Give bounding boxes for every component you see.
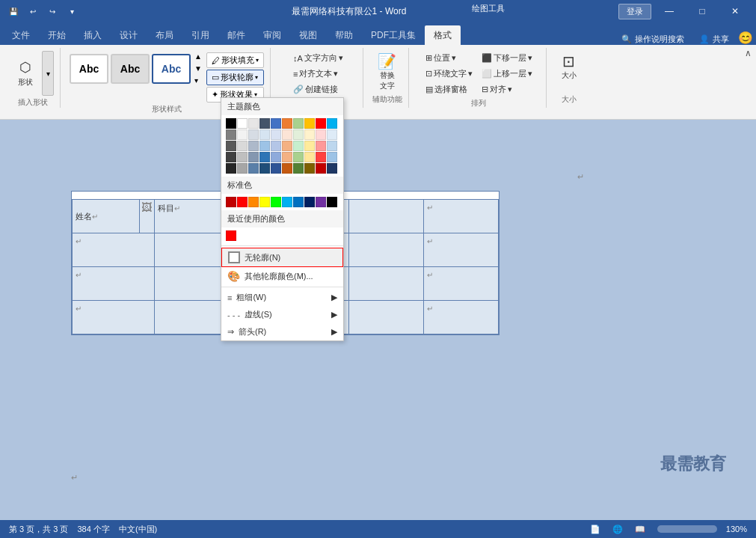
color-lightblue1[interactable] <box>259 129 270 140</box>
style-scroll-up[interactable]: ▲ <box>193 51 203 62</box>
std-black[interactable] <box>327 197 337 207</box>
color-gray[interactable] <box>226 129 236 140</box>
color-darkgray1[interactable] <box>226 141 236 151</box>
color-steelblue[interactable] <box>248 152 259 162</box>
tab-pdf[interactable]: PDF工具集 <box>362 25 425 45</box>
color-gold[interactable] <box>304 118 315 129</box>
color-deepnavy[interactable] <box>327 163 337 174</box>
color-darkgray2[interactable] <box>226 152 236 162</box>
color-salmon1[interactable] <box>282 129 292 140</box>
customize-btn[interactable]: ▾ <box>64 4 79 19</box>
no-outline-item[interactable]: 无轮廓(N) <box>221 248 343 267</box>
color-skyblue[interactable] <box>259 141 270 151</box>
color-nearwhite[interactable] <box>237 129 248 140</box>
save-button[interactable]: 💾 <box>6 4 21 19</box>
tab-file[interactable]: 文件 <box>3 25 39 45</box>
color-palegreen[interactable] <box>293 129 304 140</box>
color-mint[interactable] <box>293 141 304 151</box>
color-burnt[interactable] <box>282 163 292 174</box>
color-nearblack[interactable] <box>226 163 236 174</box>
weight-item[interactable]: ≡ 粗细(W) ▶ <box>221 289 343 306</box>
tab-insert[interactable]: 插入 <box>75 25 111 45</box>
color-cornblue[interactable] <box>271 152 281 162</box>
std-blue[interactable] <box>293 197 304 207</box>
color-darkblue2[interactable] <box>271 163 281 174</box>
tab-home[interactable]: 开始 <box>39 25 75 45</box>
tab-review[interactable]: 审阅 <box>254 25 290 45</box>
shape-outline-button[interactable]: ▭ 形状轮廓 ▾ <box>206 70 264 85</box>
shape-fill-button[interactable]: 🖊 形状填充 ▾ <box>206 52 264 68</box>
view-print-btn[interactable]: 📄 <box>587 525 603 534</box>
undo-button[interactable]: ↩ <box>25 4 40 19</box>
color-palblue2[interactable] <box>327 141 337 151</box>
color-lightred[interactable] <box>316 141 326 151</box>
arrows-item[interactable]: ⇒ 箭头(R) ▶ <box>221 323 343 340</box>
color-peach[interactable] <box>282 141 292 151</box>
color-bluegray1[interactable] <box>248 129 259 140</box>
std-yellow[interactable] <box>259 197 270 207</box>
style-more[interactable]: ▾ <box>193 75 203 86</box>
color-paleyellow[interactable] <box>304 129 315 140</box>
color-peach2[interactable] <box>282 152 292 162</box>
color-slateblue[interactable] <box>248 163 259 174</box>
tab-references[interactable]: 引用 <box>182 25 218 45</box>
color-palblue[interactable] <box>271 129 281 140</box>
tab-view[interactable]: 视图 <box>290 25 326 45</box>
shape-style-3[interactable]: Abc <box>152 54 191 84</box>
std-red[interactable] <box>237 197 248 207</box>
view-read-btn[interactable]: 📖 <box>632 525 648 534</box>
position-btn[interactable]: ⊞位置▾ <box>422 51 476 65</box>
dashes-item[interactable]: - - - 虚线(S) ▶ <box>221 306 343 323</box>
color-darkred[interactable] <box>316 163 326 174</box>
color-lightgray[interactable] <box>248 118 259 129</box>
color-white[interactable] <box>237 118 248 129</box>
color-lightgray2[interactable] <box>237 141 248 151</box>
text-align-btn[interactable]: ≡对齐文本▾ <box>290 67 341 81</box>
color-bluegray2[interactable] <box>248 141 259 151</box>
color-periwinkle[interactable] <box>271 141 281 151</box>
color-palered[interactable] <box>316 129 326 140</box>
color-medgray[interactable] <box>237 152 248 162</box>
color-lightblue2[interactable] <box>327 129 337 140</box>
recent-red[interactable] <box>226 230 236 241</box>
color-medblue[interactable] <box>259 152 270 162</box>
ribbon-collapse-btn[interactable]: ∧ <box>740 45 756 61</box>
tab-design[interactable]: 设计 <box>111 25 147 45</box>
feedback-button[interactable]: 😊 <box>738 31 753 45</box>
std-orange[interactable] <box>248 197 259 207</box>
color-red[interactable] <box>316 118 326 129</box>
color-darkblue[interactable] <box>259 118 270 129</box>
text-direction-btn[interactable]: ↕A文字方向▾ <box>290 51 346 65</box>
maximize-button[interactable]: □ <box>687 0 717 22</box>
move-back-btn[interactable]: ⬛下移一层▾ <box>479 51 535 65</box>
color-skyblue2[interactable] <box>327 152 337 162</box>
color-yellow2[interactable] <box>304 152 315 162</box>
zoom-slider[interactable] <box>657 525 717 533</box>
shape-style-1[interactable]: Abc <box>70 54 108 84</box>
shapes-button[interactable]: ⬡ 形状 <box>12 58 39 89</box>
selection-pane-btn[interactable]: ▤选择窗格 <box>422 82 476 97</box>
move-front-btn[interactable]: ⬜上移一层▾ <box>479 67 535 81</box>
std-lightblue[interactable] <box>282 197 292 207</box>
color-sage[interactable] <box>293 152 304 162</box>
tab-layout[interactable]: 布局 <box>147 25 182 45</box>
create-link-btn[interactable]: 🔗创建链接 <box>290 82 341 97</box>
shape-style-2[interactable]: Abc <box>111 54 150 84</box>
color-navyblue[interactable] <box>259 163 270 174</box>
login-button[interactable]: 登录 <box>618 4 651 19</box>
alt-text-btn[interactable]: 📝 替换 文字 <box>374 51 401 93</box>
view-web-btn[interactable]: 🌐 <box>609 525 626 534</box>
tab-mailings[interactable]: 邮件 <box>218 25 254 45</box>
color-orange[interactable] <box>282 118 292 129</box>
size-btn[interactable]: ⊡ 大小 <box>556 51 583 82</box>
wrap-text-btn[interactable]: ⊡环绕文字▾ <box>422 67 476 81</box>
color-lightblue[interactable] <box>327 118 337 129</box>
minimize-button[interactable]: — <box>654 0 684 22</box>
color-midgray[interactable] <box>237 163 248 174</box>
tab-help[interactable]: 帮助 <box>326 25 362 45</box>
color-darkgreen[interactable] <box>293 163 304 174</box>
color-brightred[interactable] <box>316 152 326 162</box>
close-button[interactable]: ✕ <box>720 0 750 22</box>
color-black[interactable] <box>226 118 236 129</box>
std-darkred[interactable] <box>226 197 236 207</box>
